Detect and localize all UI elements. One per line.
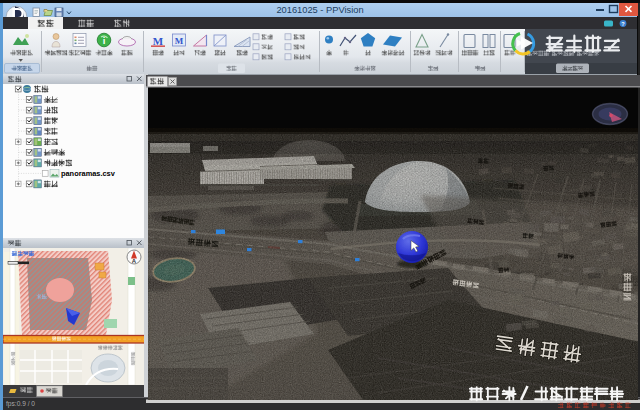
svg-text:M: M bbox=[175, 36, 184, 46]
svg-text:fps:0.9 / 0: fps:0.9 / 0 bbox=[6, 400, 35, 408]
svg-text:20161025 - PPVision: 20161025 - PPVision bbox=[276, 5, 363, 15]
svg-text:i: i bbox=[103, 35, 106, 46]
svg-text:A: A bbox=[132, 258, 137, 264]
svg-text:panoramas.csv: panoramas.csv bbox=[61, 169, 116, 178]
svg-text:M: M bbox=[153, 35, 164, 47]
